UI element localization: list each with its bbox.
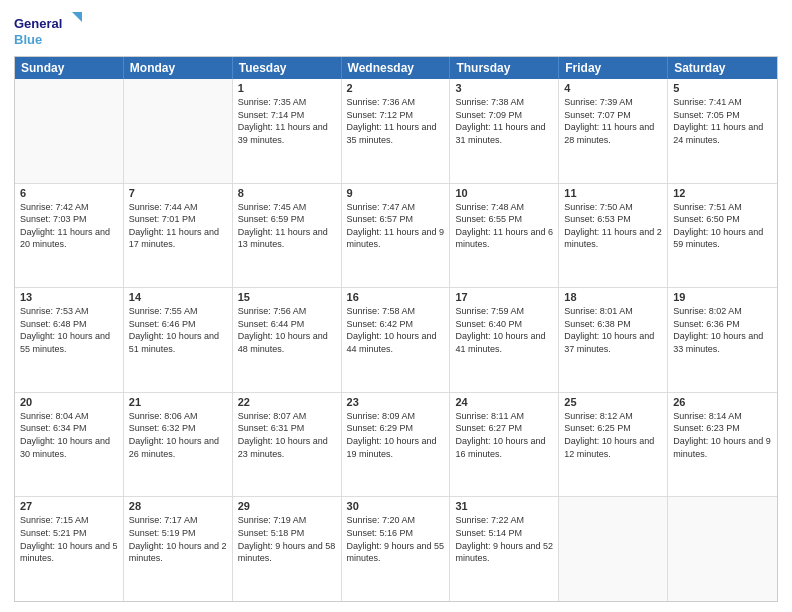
empty-cell: [668, 497, 777, 601]
day-cell-21: 21Sunrise: 8:06 AM Sunset: 6:32 PM Dayli…: [124, 393, 233, 497]
day-number: 14: [129, 291, 227, 303]
day-info: Sunrise: 8:02 AM Sunset: 6:36 PM Dayligh…: [673, 305, 772, 355]
header-cell-sunday: Sunday: [15, 57, 124, 79]
day-cell-13: 13Sunrise: 7:53 AM Sunset: 6:48 PM Dayli…: [15, 288, 124, 392]
empty-cell: [559, 497, 668, 601]
day-cell-11: 11Sunrise: 7:50 AM Sunset: 6:53 PM Dayli…: [559, 184, 668, 288]
day-number: 24: [455, 396, 553, 408]
day-cell-16: 16Sunrise: 7:58 AM Sunset: 6:42 PM Dayli…: [342, 288, 451, 392]
day-number: 31: [455, 500, 553, 512]
day-info: Sunrise: 8:09 AM Sunset: 6:29 PM Dayligh…: [347, 410, 445, 460]
day-number: 5: [673, 82, 772, 94]
day-info: Sunrise: 8:12 AM Sunset: 6:25 PM Dayligh…: [564, 410, 662, 460]
day-number: 6: [20, 187, 118, 199]
day-info: Sunrise: 7:42 AM Sunset: 7:03 PM Dayligh…: [20, 201, 118, 251]
day-number: 12: [673, 187, 772, 199]
day-info: Sunrise: 7:48 AM Sunset: 6:55 PM Dayligh…: [455, 201, 553, 251]
day-number: 10: [455, 187, 553, 199]
day-info: Sunrise: 7:47 AM Sunset: 6:57 PM Dayligh…: [347, 201, 445, 251]
day-number: 7: [129, 187, 227, 199]
day-info: Sunrise: 7:22 AM Sunset: 5:14 PM Dayligh…: [455, 514, 553, 564]
day-number: 19: [673, 291, 772, 303]
day-cell-23: 23Sunrise: 8:09 AM Sunset: 6:29 PM Dayli…: [342, 393, 451, 497]
day-info: Sunrise: 7:35 AM Sunset: 7:14 PM Dayligh…: [238, 96, 336, 146]
day-number: 22: [238, 396, 336, 408]
day-number: 26: [673, 396, 772, 408]
day-number: 8: [238, 187, 336, 199]
week-row-1: 1Sunrise: 7:35 AM Sunset: 7:14 PM Daylig…: [15, 79, 777, 183]
day-number: 28: [129, 500, 227, 512]
day-cell-29: 29Sunrise: 7:19 AM Sunset: 5:18 PM Dayli…: [233, 497, 342, 601]
week-row-3: 13Sunrise: 7:53 AM Sunset: 6:48 PM Dayli…: [15, 287, 777, 392]
day-cell-10: 10Sunrise: 7:48 AM Sunset: 6:55 PM Dayli…: [450, 184, 559, 288]
day-cell-15: 15Sunrise: 7:56 AM Sunset: 6:44 PM Dayli…: [233, 288, 342, 392]
day-cell-19: 19Sunrise: 8:02 AM Sunset: 6:36 PM Dayli…: [668, 288, 777, 392]
day-number: 17: [455, 291, 553, 303]
header-cell-tuesday: Tuesday: [233, 57, 342, 79]
page-header: General Blue: [14, 10, 778, 50]
day-number: 3: [455, 82, 553, 94]
day-cell-7: 7Sunrise: 7:44 AM Sunset: 7:01 PM Daylig…: [124, 184, 233, 288]
day-number: 20: [20, 396, 118, 408]
day-number: 13: [20, 291, 118, 303]
day-cell-9: 9Sunrise: 7:47 AM Sunset: 6:57 PM Daylig…: [342, 184, 451, 288]
header-cell-monday: Monday: [124, 57, 233, 79]
day-cell-12: 12Sunrise: 7:51 AM Sunset: 6:50 PM Dayli…: [668, 184, 777, 288]
day-number: 4: [564, 82, 662, 94]
week-row-4: 20Sunrise: 8:04 AM Sunset: 6:34 PM Dayli…: [15, 392, 777, 497]
day-info: Sunrise: 7:51 AM Sunset: 6:50 PM Dayligh…: [673, 201, 772, 251]
day-info: Sunrise: 8:04 AM Sunset: 6:34 PM Dayligh…: [20, 410, 118, 460]
day-info: Sunrise: 7:36 AM Sunset: 7:12 PM Dayligh…: [347, 96, 445, 146]
day-info: Sunrise: 7:20 AM Sunset: 5:16 PM Dayligh…: [347, 514, 445, 564]
logo-svg: General Blue: [14, 10, 84, 50]
day-cell-22: 22Sunrise: 8:07 AM Sunset: 6:31 PM Dayli…: [233, 393, 342, 497]
svg-marker-1: [72, 12, 82, 22]
day-cell-25: 25Sunrise: 8:12 AM Sunset: 6:25 PM Dayli…: [559, 393, 668, 497]
header-cell-wednesday: Wednesday: [342, 57, 451, 79]
day-number: 11: [564, 187, 662, 199]
day-info: Sunrise: 7:45 AM Sunset: 6:59 PM Dayligh…: [238, 201, 336, 251]
day-info: Sunrise: 7:17 AM Sunset: 5:19 PM Dayligh…: [129, 514, 227, 564]
day-cell-3: 3Sunrise: 7:38 AM Sunset: 7:09 PM Daylig…: [450, 79, 559, 183]
day-info: Sunrise: 8:14 AM Sunset: 6:23 PM Dayligh…: [673, 410, 772, 460]
day-info: Sunrise: 7:56 AM Sunset: 6:44 PM Dayligh…: [238, 305, 336, 355]
day-number: 1: [238, 82, 336, 94]
calendar: SundayMondayTuesdayWednesdayThursdayFrid…: [14, 56, 778, 602]
week-row-5: 27Sunrise: 7:15 AM Sunset: 5:21 PM Dayli…: [15, 496, 777, 601]
day-info: Sunrise: 7:44 AM Sunset: 7:01 PM Dayligh…: [129, 201, 227, 251]
day-number: 21: [129, 396, 227, 408]
svg-text:General: General: [14, 16, 62, 31]
day-info: Sunrise: 7:39 AM Sunset: 7:07 PM Dayligh…: [564, 96, 662, 146]
day-number: 15: [238, 291, 336, 303]
day-cell-27: 27Sunrise: 7:15 AM Sunset: 5:21 PM Dayli…: [15, 497, 124, 601]
day-cell-1: 1Sunrise: 7:35 AM Sunset: 7:14 PM Daylig…: [233, 79, 342, 183]
empty-cell: [124, 79, 233, 183]
day-info: Sunrise: 7:55 AM Sunset: 6:46 PM Dayligh…: [129, 305, 227, 355]
day-cell-8: 8Sunrise: 7:45 AM Sunset: 6:59 PM Daylig…: [233, 184, 342, 288]
day-cell-28: 28Sunrise: 7:17 AM Sunset: 5:19 PM Dayli…: [124, 497, 233, 601]
day-number: 2: [347, 82, 445, 94]
day-cell-26: 26Sunrise: 8:14 AM Sunset: 6:23 PM Dayli…: [668, 393, 777, 497]
day-number: 23: [347, 396, 445, 408]
day-info: Sunrise: 8:01 AM Sunset: 6:38 PM Dayligh…: [564, 305, 662, 355]
day-info: Sunrise: 7:58 AM Sunset: 6:42 PM Dayligh…: [347, 305, 445, 355]
day-info: Sunrise: 8:11 AM Sunset: 6:27 PM Dayligh…: [455, 410, 553, 460]
day-info: Sunrise: 7:50 AM Sunset: 6:53 PM Dayligh…: [564, 201, 662, 251]
day-info: Sunrise: 7:59 AM Sunset: 6:40 PM Dayligh…: [455, 305, 553, 355]
day-info: Sunrise: 7:15 AM Sunset: 5:21 PM Dayligh…: [20, 514, 118, 564]
logo: General Blue: [14, 10, 84, 50]
day-cell-31: 31Sunrise: 7:22 AM Sunset: 5:14 PM Dayli…: [450, 497, 559, 601]
day-number: 9: [347, 187, 445, 199]
day-info: Sunrise: 8:06 AM Sunset: 6:32 PM Dayligh…: [129, 410, 227, 460]
week-row-2: 6Sunrise: 7:42 AM Sunset: 7:03 PM Daylig…: [15, 183, 777, 288]
day-info: Sunrise: 7:19 AM Sunset: 5:18 PM Dayligh…: [238, 514, 336, 564]
day-number: 30: [347, 500, 445, 512]
day-info: Sunrise: 8:07 AM Sunset: 6:31 PM Dayligh…: [238, 410, 336, 460]
day-number: 27: [20, 500, 118, 512]
day-cell-2: 2Sunrise: 7:36 AM Sunset: 7:12 PM Daylig…: [342, 79, 451, 183]
header-cell-friday: Friday: [559, 57, 668, 79]
day-info: Sunrise: 7:53 AM Sunset: 6:48 PM Dayligh…: [20, 305, 118, 355]
day-number: 25: [564, 396, 662, 408]
day-info: Sunrise: 7:41 AM Sunset: 7:05 PM Dayligh…: [673, 96, 772, 146]
header-cell-saturday: Saturday: [668, 57, 777, 79]
